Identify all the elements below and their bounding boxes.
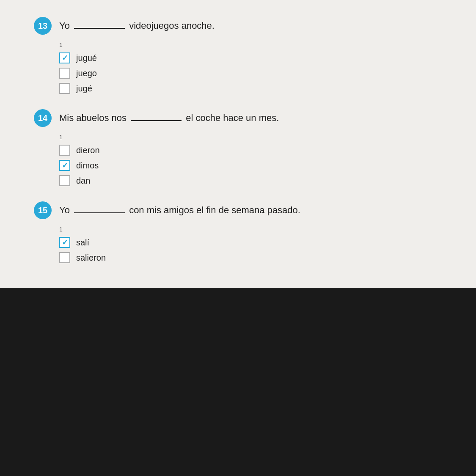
option-label-q14-opt1: dieron xyxy=(76,146,100,155)
option-item-q13-opt1[interactable]: jugué xyxy=(59,52,442,63)
blank-q14 xyxy=(131,120,182,121)
question-q14: 14Mis abuelos nos el coche hace un mes.1… xyxy=(34,109,442,186)
question-text-q13: Yo videojuegos anoche. xyxy=(59,20,215,31)
blank-q15 xyxy=(74,212,125,213)
checkbox-q14-opt3[interactable] xyxy=(59,175,70,186)
option-item-q13-opt2[interactable]: juego xyxy=(59,68,442,79)
checkbox-q13-opt1[interactable] xyxy=(59,52,70,63)
question-text-q14: Mis abuelos nos el coche hace un mes. xyxy=(59,113,279,124)
option-label-q14-opt2: dimos xyxy=(76,161,99,171)
checkbox-q13-opt2[interactable] xyxy=(59,68,70,79)
points-label-q13: 1 xyxy=(59,41,442,48)
question-number-q15: 15 xyxy=(34,201,52,219)
option-label-q14-opt3: dan xyxy=(76,176,90,186)
checkbox-q13-opt3[interactable] xyxy=(59,83,70,94)
question-number-q13: 13 xyxy=(34,17,52,35)
checkbox-q15-opt2[interactable] xyxy=(59,252,70,263)
option-label-q15-opt2: salieron xyxy=(76,253,106,263)
option-item-q13-opt3[interactable]: jugé xyxy=(59,83,442,94)
options-list-q13: juguéjuegojugé xyxy=(59,52,442,94)
question-q15: 15Yo con mis amigos el fin de semana pas… xyxy=(34,201,442,263)
option-item-q15-opt2[interactable]: salieron xyxy=(59,252,442,263)
option-item-q14-opt3[interactable]: dan xyxy=(59,175,442,186)
question-header-q15: 15Yo con mis amigos el fin de semana pas… xyxy=(34,201,442,219)
checkbox-q15-opt1[interactable] xyxy=(59,237,70,248)
question-text-q15: Yo con mis amigos el fin de semana pasad… xyxy=(59,205,300,216)
checkbox-q14-opt2[interactable] xyxy=(59,160,70,171)
checkbox-q14-opt1[interactable] xyxy=(59,145,70,156)
points-label-q15: 1 xyxy=(59,226,442,233)
points-label-q14: 1 xyxy=(59,134,442,140)
options-list-q15: salísalieron xyxy=(59,237,442,263)
blank-q13 xyxy=(74,28,125,29)
question-header-q14: 14Mis abuelos nos el coche hace un mes. xyxy=(34,109,442,127)
question-header-q13: 13Yo videojuegos anoche. xyxy=(34,17,442,35)
question-number-q14: 14 xyxy=(34,109,52,127)
option-label-q15-opt1: salí xyxy=(76,238,89,248)
option-item-q14-opt2[interactable]: dimos xyxy=(59,160,442,171)
option-label-q13-opt2: juego xyxy=(76,69,97,78)
option-item-q15-opt1[interactable]: salí xyxy=(59,237,442,248)
option-label-q13-opt1: jugué xyxy=(76,53,97,63)
question-q13: 13Yo videojuegos anoche.1juguéjuegojugé xyxy=(34,17,442,94)
option-item-q14-opt1[interactable]: dieron xyxy=(59,145,442,156)
dark-area xyxy=(0,288,476,476)
options-list-q14: dierondimosdan xyxy=(59,145,442,186)
quiz-area: 13Yo videojuegos anoche.1juguéjuegojugé1… xyxy=(0,0,476,288)
option-label-q13-opt3: jugé xyxy=(76,84,92,94)
